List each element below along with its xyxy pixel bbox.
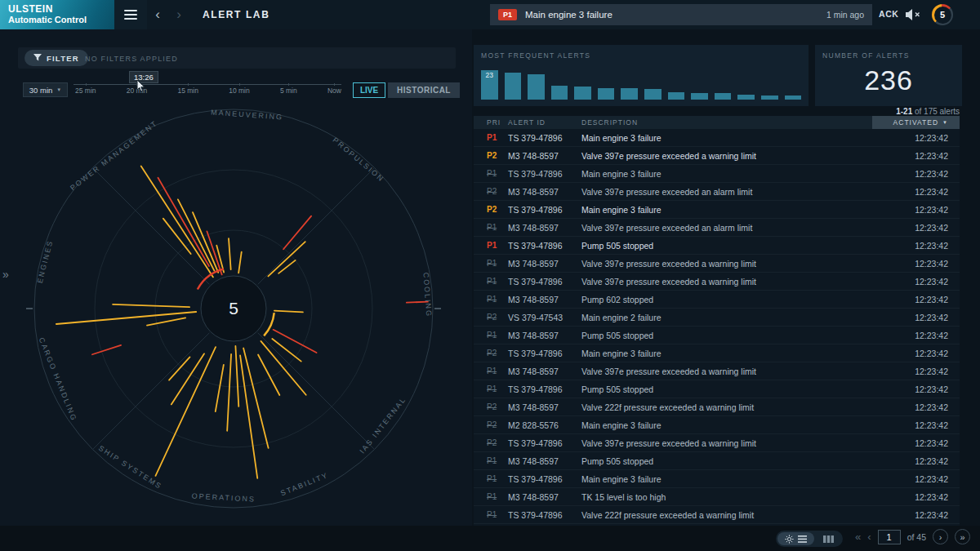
alert-frequency-bar[interactable] — [668, 92, 685, 100]
alert-id-cell: M3 748-8597 — [508, 223, 581, 233]
alert-spoke — [229, 238, 231, 269]
alert-table-body: P1TS 379-47896Main engine 3 failure12:23… — [474, 129, 960, 524]
description-cell: Pump 505 stopped — [581, 456, 872, 466]
column-activated-sort[interactable]: ACTIVATED ▼ — [872, 116, 960, 129]
alert-id-cell: TS 379-47896 — [508, 169, 581, 179]
alert-row[interactable]: P2M3 748-8597Valve 222f pressure exceede… — [474, 398, 960, 416]
alert-row[interactable]: P1M3 748-8597TK 15 level is too high12:2… — [474, 488, 960, 506]
filter-button[interactable]: FILTER — [24, 50, 88, 66]
alert-spoke — [155, 347, 216, 476]
alert-frequency-bar[interactable] — [644, 89, 662, 100]
alert-row[interactable]: P2TS 379-47896Main engine 3 failure12:23… — [474, 201, 960, 219]
time-range-select[interactable]: 30 min ▼ — [23, 82, 68, 97]
column-pri[interactable]: PRI — [474, 118, 508, 127]
nav-back-button[interactable]: ‹ — [147, 0, 168, 29]
alert-row[interactable]: P1M3 748-8597Valve 397e pressure exceede… — [474, 255, 960, 273]
prev-page-button[interactable]: ‹ — [867, 531, 871, 543]
alert-row[interactable]: P1TS 379-47896Main engine 3 failure12:23… — [474, 129, 960, 147]
description-cell: Valve 397e pressure exceeded a warning l… — [581, 367, 872, 376]
alert-time-ago: 1 min ago — [826, 10, 864, 20]
alert-row[interactable]: P2VS 379-47543Main engine 2 failure12:23… — [474, 309, 960, 327]
radar-center-count: 5 — [229, 299, 238, 318]
alert-spoke — [261, 341, 305, 395]
nav-forward-button[interactable]: › — [168, 0, 189, 29]
alert-row[interactable]: P2TS 379-47896Valve 397e pressure exceed… — [474, 434, 960, 452]
alert-spoke — [169, 357, 189, 380]
priority-cell: P2 — [474, 438, 508, 447]
historical-toggle-button[interactable]: HISTORICAL — [388, 82, 460, 98]
alert-frequency-bar[interactable] — [528, 74, 545, 100]
alert-row[interactable]: P2TS 379-47896Main engine 3 failure12:23… — [474, 344, 960, 362]
live-toggle-button[interactable]: LIVE — [353, 82, 385, 98]
alert-frequency-bar[interactable] — [785, 96, 802, 100]
frequent-alerts-title: MOST FREQUENT ALERTS — [481, 51, 590, 60]
timeline-ticks: 25 min20 min15 min10 min5 minNow — [75, 87, 341, 95]
alert-row[interactable]: P2M2 828-5576Main engine 3 failure12:23:… — [474, 416, 960, 434]
alert-row[interactable]: P1M3 748-8597Pump 505 stopped12:23:42 — [474, 452, 960, 470]
activated-cell: 12:23:42 — [872, 456, 960, 466]
last-page-button[interactable]: » — [955, 529, 970, 544]
activated-cell: 12:23:42 — [872, 420, 960, 430]
alert-row[interactable]: P1M3 748-8597Valve 397e pressure exceede… — [474, 219, 960, 237]
expand-panel-handle[interactable]: » — [2, 268, 7, 281]
alert-row[interactable]: P1M3 748-8597Valve 397e pressure exceede… — [474, 362, 960, 380]
hamburger-menu-button[interactable] — [114, 0, 147, 29]
alert-id-cell: TS 379-47896 — [508, 349, 581, 358]
alert-row[interactable]: P1TS 379-47896Pump 505 stopped12:23:42 — [474, 237, 960, 255]
alert-frequency-bar[interactable] — [551, 86, 568, 100]
next-page-button[interactable]: › — [933, 529, 948, 544]
alert-frequency-bar[interactable] — [621, 88, 638, 100]
priority-cell: P2 — [474, 151, 508, 160]
alert-row[interactable]: P1TS 379-47896Pump 505 stopped12:23:42 — [474, 380, 960, 398]
ack-button[interactable]: ACK — [879, 9, 899, 19]
description-cell: Main engine 3 failure — [581, 349, 872, 358]
active-alert-banner[interactable]: P1 Main engine 3 failure 1 min ago — [490, 4, 872, 25]
description-cell: Main engine 3 failure — [581, 169, 872, 179]
alert-frequency-bar[interactable] — [574, 87, 591, 100]
grid-view-button[interactable] — [816, 532, 841, 545]
activated-cell: 12:23:42 — [872, 331, 960, 340]
alert-frequency-bar[interactable] — [598, 88, 615, 100]
alert-frequency-bar[interactable]: 23 — [481, 70, 498, 100]
alert-row[interactable]: P2M3 748-8597Valve 397e pressure exceede… — [474, 147, 960, 165]
radar-list-view-button[interactable] — [777, 532, 814, 545]
activated-cell: 12:23:42 — [872, 367, 960, 376]
alert-spoke — [216, 365, 224, 411]
pagination: « ‹ of 45 › » — [855, 529, 970, 544]
sector-divider — [258, 167, 375, 284]
priority-cell: P1 — [474, 295, 508, 304]
timeline-slider[interactable] — [74, 84, 341, 85]
column-alert-id[interactable]: ALERT ID — [508, 118, 581, 127]
radar-chart[interactable]: 5MANEUVERINGPROPULSIONCOOLINGIAS INTERNA… — [0, 33, 472, 526]
alert-row[interactable]: P1M3 748-8597Pump 505 stopped12:23:42 — [474, 327, 960, 344]
alert-row[interactable]: P1TS 379-47896Main engine 3 failure12:23… — [474, 470, 960, 488]
column-description[interactable]: DESCRIPTION — [581, 118, 872, 127]
alert-frequency-bar[interactable] — [715, 93, 732, 100]
description-cell: Main engine 3 failure — [581, 420, 872, 430]
filter-button-label: FILTER — [47, 54, 79, 63]
alert-row[interactable]: P1TS 379-47896Valve 397e pressure exceed… — [474, 273, 960, 291]
alert-count-badge[interactable]: 5 — [932, 4, 953, 25]
alert-row[interactable]: P1TS 379-47896Main engine 3 failure12:23… — [474, 165, 960, 183]
alert-frequency-bar[interactable] — [691, 93, 708, 100]
activated-cell: 12:23:42 — [872, 492, 960, 502]
alert-frequency-bar[interactable] — [737, 95, 755, 100]
alert-id-cell: M3 748-8597 — [508, 367, 581, 376]
alert-spoke — [268, 242, 305, 276]
description-cell: Valve 222f pressure exceeded a warning l… — [581, 510, 872, 520]
alert-spoke — [243, 349, 268, 448]
first-page-button[interactable]: « — [855, 531, 861, 543]
alert-frequency-bar[interactable] — [761, 96, 778, 100]
alert-row[interactable]: P1TS 379-47896Valve 222f pressure exceed… — [474, 506, 960, 524]
mute-speaker-icon[interactable] — [905, 8, 921, 24]
alert-row[interactable]: P1M3 748-8597Pump 602 stopped12:23:42 — [474, 291, 960, 309]
alert-row[interactable]: P2M3 748-8597Valve 397e pressure exceede… — [474, 183, 960, 201]
activated-cell: 12:23:42 — [872, 187, 960, 197]
sort-arrow-icon: ▼ — [942, 120, 948, 125]
activated-cell: 12:23:42 — [872, 510, 960, 520]
alert-id-cell: TS 379-47896 — [508, 510, 581, 520]
page-number-input[interactable] — [878, 530, 901, 544]
alert-frequency-bar[interactable] — [505, 73, 522, 100]
alert-spoke — [147, 318, 185, 325]
alert-spoke — [113, 304, 189, 307]
